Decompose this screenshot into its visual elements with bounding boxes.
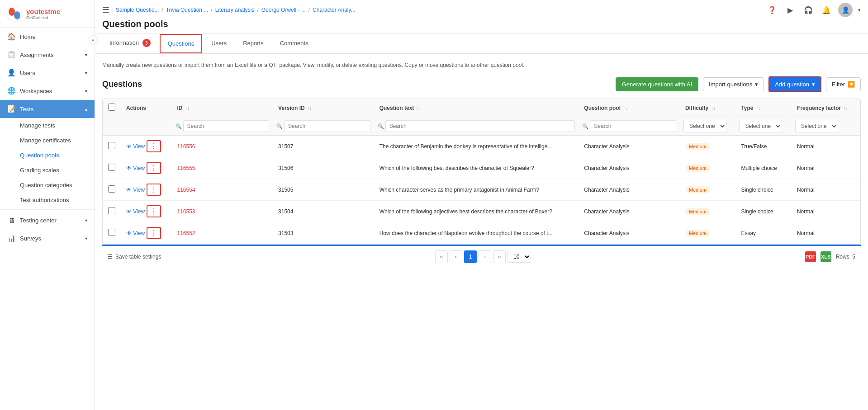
tab-comments[interactable]: Comments <box>273 34 316 53</box>
avatar[interactable]: 👤 <box>838 3 853 17</box>
row-checkbox[interactable] <box>108 142 115 149</box>
difficulty-filter[interactable]: Select one <box>683 120 726 132</box>
breadcrumb-character[interactable]: Character Analy... <box>313 7 356 13</box>
row-checkbox[interactable] <box>108 164 115 171</box>
view-btn[interactable]: 👁 View <box>126 187 145 193</box>
more-options-btn[interactable]: ⋮ <box>147 184 161 196</box>
view-btn[interactable]: 👁 View <box>126 230 145 236</box>
view-btn[interactable]: 👁 View <box>126 208 145 215</box>
row-checkbox[interactable] <box>108 185 115 193</box>
breadcrumb-trivia[interactable]: Trivia Question ... <box>166 7 209 13</box>
export-pdf-btn[interactable]: PDF <box>805 251 816 262</box>
sidebar-item-question-categories[interactable]: Question categories <box>0 178 95 193</box>
page-title: Question pools <box>102 19 861 29</box>
sort-icon[interactable]: ↑↓ <box>307 106 312 111</box>
sidebar-item-testing-center[interactable]: 🖥 Testing center ▾ <box>0 212 95 229</box>
import-questions-btn[interactable]: Import questions ▾ <box>703 77 764 91</box>
row-checkbox[interactable] <box>108 229 115 236</box>
sidebar-item-manage-certificates[interactable]: Manage certificates <box>0 133 95 148</box>
sort-icon[interactable]: ↑↓ <box>417 106 421 111</box>
view-btn[interactable]: 👁 View <box>126 165 145 171</box>
difficulty-badge: Medium <box>685 186 710 193</box>
more-options-btn[interactable]: ⋮ <box>147 227 161 239</box>
sidebar-item-surveys[interactable]: 📊 Surveys ▾ <box>0 229 95 247</box>
tab-reports[interactable]: Reports <box>236 34 271 53</box>
sort-icon[interactable]: ↑↓ <box>844 106 848 111</box>
breadcrumb-literary[interactable]: Literary analysis <box>215 7 255 13</box>
pagination-next-btn[interactable]: › <box>479 250 491 263</box>
tab-questions[interactable]: Questions <box>160 34 203 53</box>
version-search-input[interactable] <box>284 120 370 132</box>
breadcrumb-sample[interactable]: Sample Questio... <box>116 7 159 13</box>
question-id[interactable]: 116552 <box>172 222 273 244</box>
sidebar-item-question-pools[interactable]: Question pools <box>0 148 95 163</box>
help-icon[interactable]: ❓ <box>766 4 778 16</box>
more-options-btn[interactable]: ⋮ <box>147 140 161 152</box>
rows-per-page-select[interactable]: 10 25 50 <box>508 251 531 263</box>
id-search-input[interactable] <box>183 120 270 132</box>
sort-icon[interactable]: ↑↓ <box>711 106 716 111</box>
more-options-btn[interactable]: ⋮ <box>147 162 161 174</box>
question-text: Which character serves as the primary an… <box>374 179 579 201</box>
question-pool: Character Analysis <box>579 136 680 157</box>
pagination-first-btn[interactable]: « <box>435 250 448 263</box>
tests-icon: 📝 <box>7 105 15 113</box>
view-btn[interactable]: 👁 View <box>126 143 145 150</box>
headset-icon[interactable]: 🎧 <box>802 4 815 16</box>
pool-search-input[interactable] <box>590 120 676 132</box>
search-icon: 🔍 <box>582 123 588 129</box>
questions-actions: Generate questions with AI Import questi… <box>616 76 861 92</box>
chevron-down-icon[interactable]: ▾ <box>858 7 861 13</box>
question-id[interactable]: 116556 <box>172 136 273 157</box>
pagination-page-1-btn[interactable]: 1 <box>464 250 477 263</box>
text-search-input[interactable] <box>385 120 575 132</box>
add-question-btn[interactable]: Add question ▾ <box>768 76 821 92</box>
question-id[interactable]: 116554 <box>172 179 273 201</box>
sort-icon[interactable]: ↑↓ <box>756 106 760 111</box>
type-filter[interactable]: Select one <box>739 120 782 132</box>
export-excel-btn[interactable]: XLS <box>821 251 831 262</box>
filter-btn[interactable]: Filter 🔽 <box>826 77 861 91</box>
frequency-factor: Normal <box>792 222 860 244</box>
sidebar-item-manage-tests[interactable]: Manage tests <box>0 118 95 133</box>
chevron-down-icon: ▾ <box>755 81 758 88</box>
table-header-row: Actions ID ↑↓ Version ID ↑↓ Question tex… <box>103 99 860 117</box>
sort-icon[interactable]: ↑↓ <box>623 106 627 111</box>
logo-name: youtestme <box>26 8 60 15</box>
pagination-prev-btn[interactable]: ‹ <box>450 250 462 263</box>
save-table-settings-btn[interactable]: ☰ Save table settings <box>108 254 161 260</box>
sidebar-item-home[interactable]: 🏠 Home <box>0 28 95 46</box>
pagination-last-btn[interactable]: » <box>493 250 506 263</box>
play-icon[interactable]: ▶ <box>784 4 797 16</box>
sidebar-item-label: Workspaces <box>20 88 52 94</box>
sidebar-item-test-authorizations[interactable]: Test authorizations <box>0 193 95 207</box>
sort-icon[interactable]: ↑↓ <box>185 106 190 111</box>
row-checkbox[interactable] <box>108 207 115 214</box>
col-difficulty: Difficulty ↑↓ <box>680 99 735 117</box>
col-id: ID ↑↓ <box>172 99 273 117</box>
question-id[interactable]: 116555 <box>172 157 273 179</box>
sidebar-item-tests[interactable]: 📝 Tests ▴ <box>0 100 95 118</box>
sidebar-item-users[interactable]: 👤 Users ▾ <box>0 64 95 82</box>
sidebar: youtestme GetCertified « 🏠 Home 📋 Assign… <box>0 0 95 410</box>
generate-questions-btn[interactable]: Generate questions with AI <box>616 77 698 91</box>
hamburger-btn[interactable]: ☰ <box>102 5 109 15</box>
chevron-down-icon: ▾ <box>812 81 815 88</box>
more-options-btn[interactable]: ⋮ <box>147 205 161 217</box>
tab-users[interactable]: Users <box>204 34 234 53</box>
question-pool: Character Analysis <box>579 179 680 201</box>
difficulty-badge: Medium <box>685 165 710 172</box>
sidebar-collapse-btn[interactable]: « <box>89 35 95 44</box>
breadcrumb-george[interactable]: George Orwell - ... <box>261 7 306 13</box>
sidebar-item-assignments[interactable]: 📋 Assignments ▾ <box>0 46 95 64</box>
question-id[interactable]: 116553 <box>172 201 273 222</box>
select-all-checkbox[interactable] <box>108 104 115 111</box>
chevron-down-icon: ▾ <box>85 236 87 241</box>
col-question-pool: Question pool ↑↓ <box>579 99 680 117</box>
frequency-filter[interactable]: Select one <box>795 120 838 132</box>
sidebar-item-workspaces[interactable]: 🌐 Workspaces ▾ <box>0 82 95 100</box>
tab-information[interactable]: Information 3 <box>102 33 158 53</box>
notification-icon[interactable]: 🔔 <box>820 4 833 16</box>
search-icon: 🔍 <box>276 123 283 129</box>
sidebar-item-grading-scales[interactable]: Grading scales <box>0 163 95 178</box>
